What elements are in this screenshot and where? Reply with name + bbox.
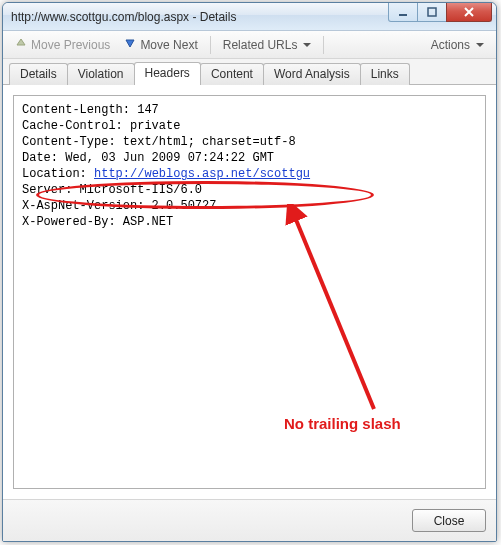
location-label: Location: — [22, 167, 94, 181]
arrow-down-icon — [124, 37, 136, 52]
tab-links[interactable]: Links — [360, 63, 410, 85]
tab-details[interactable]: Details — [9, 63, 68, 85]
tabs: Details Violation Headers Content Word A… — [3, 59, 496, 85]
related-urls-button[interactable]: Related URLs — [217, 35, 318, 55]
tab-word-analysis[interactable]: Word Analysis — [263, 63, 361, 85]
titlebar[interactable]: http://www.scottgu.com/blog.aspx - Detai… — [3, 3, 496, 31]
toolbar-separator — [323, 36, 324, 54]
move-previous-button[interactable]: Move Previous — [9, 34, 116, 55]
window-buttons — [389, 2, 492, 22]
actions-label: Actions — [431, 38, 470, 52]
tab-content[interactable]: Content — [200, 63, 264, 85]
svg-rect-0 — [399, 14, 407, 16]
move-previous-label: Move Previous — [31, 38, 110, 52]
details-window: http://www.scottgu.com/blog.aspx - Detai… — [2, 2, 497, 542]
annotation-text: No trailing slash — [284, 416, 401, 432]
actions-button[interactable]: Actions — [425, 35, 490, 55]
footer: Close — [3, 499, 496, 541]
arrow-up-icon — [15, 37, 27, 52]
svg-rect-1 — [428, 8, 436, 16]
minimize-button[interactable] — [388, 2, 418, 22]
maximize-button[interactable] — [417, 2, 447, 22]
location-link[interactable]: http://weblogs.asp.net/scottgu — [94, 167, 310, 181]
chevron-down-icon — [476, 43, 484, 47]
close-button[interactable]: Close — [412, 509, 486, 532]
annotation-arrow — [274, 204, 394, 414]
content-area: Content-Length: 147 Cache-Control: priva… — [3, 85, 496, 499]
move-next-button[interactable]: Move Next — [118, 34, 203, 55]
close-label: Close — [434, 514, 465, 528]
header-line: X-Powered-By: ASP.NET — [22, 214, 477, 230]
tab-violation[interactable]: Violation — [67, 63, 135, 85]
toolbar: Move Previous Move Next Related URLs Act… — [3, 31, 496, 59]
header-line: Date: Wed, 03 Jun 2009 07:24:22 GMT — [22, 150, 477, 166]
tab-headers[interactable]: Headers — [134, 62, 201, 85]
header-line: Server: Microsoft-IIS/6.0 — [22, 182, 477, 198]
header-line: Content-Type: text/html; charset=utf-8 — [22, 134, 477, 150]
header-line: Cache-Control: private — [22, 118, 477, 134]
header-line: X-AspNet-Version: 2.0.50727 — [22, 198, 477, 214]
related-urls-label: Related URLs — [223, 38, 298, 52]
svg-line-2 — [292, 210, 374, 409]
headers-textbox[interactable]: Content-Length: 147 Cache-Control: priva… — [13, 95, 486, 489]
toolbar-separator — [210, 36, 211, 54]
move-next-label: Move Next — [140, 38, 197, 52]
header-line-location: Location: http://weblogs.asp.net/scottgu — [22, 166, 477, 182]
chevron-down-icon — [303, 43, 311, 47]
window-title: http://www.scottgu.com/blog.aspx - Detai… — [11, 10, 389, 24]
close-window-button[interactable] — [446, 2, 492, 22]
header-line: Content-Length: 147 — [22, 102, 477, 118]
